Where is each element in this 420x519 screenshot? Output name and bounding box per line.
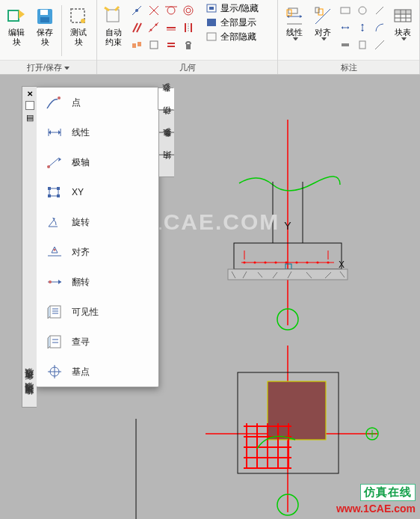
dim-mini-2-icon[interactable] [354,2,371,19]
dim-block-table-button[interactable]: 块表 [389,2,416,59]
hide-all-constraints-button[interactable]: 全部隐藏 [203,31,262,43]
dim-mini-1-icon[interactable] [337,2,353,19]
constraint-collinear-icon[interactable] [146,19,162,36]
svg-point-118 [54,249,56,251]
param-point-button[interactable]: 点 [37,87,158,117]
svg-rect-0 [8,10,19,21]
constraint-tangent-icon[interactable] [163,2,179,19]
show-all-constraints-button[interactable]: 全部显示 [203,16,262,29]
dim-mini-6-icon[interactable] [371,19,388,36]
palette-handle[interactable]: ✕ ▤ 块编写选项板 - 所有选项板 [22,86,37,408]
constraint-symmetric-icon[interactable] [180,19,197,36]
linear-icon [45,124,64,141]
palette-close-icon[interactable]: ✕ [27,90,33,98]
dim-align-icon [312,5,334,28]
palette-pin-icon[interactable] [25,101,34,110]
constraint-concentric-icon[interactable] [180,2,197,19]
dim-mini-7-icon[interactable] [337,37,353,53]
svg-rect-40 [341,7,350,13]
palette-menu-icon[interactable]: ▤ [26,113,34,123]
save-block-button[interactable]: 保存 块 [31,2,58,59]
svg-text:X: X [339,260,345,270]
svg-line-46 [375,40,384,49]
palette-tab-paramsets[interactable]: 参数集 [158,132,174,155]
svg-line-79 [288,271,291,278]
svg-rect-125 [50,336,61,348]
watermark: 1CAE.COM [149,209,280,235]
constraint-parallel-icon[interactable] [129,19,145,36]
ribbon-group-dimension: 线性 对齐 块表 [278,0,420,74]
dim-block-table-label: 块表 [395,28,411,37]
dim-mini-grid [337,2,388,59]
lookup-icon [45,334,64,350]
param-visibility-label: 可见性 [72,306,99,319]
param-xy-button[interactable]: XY [37,177,158,207]
param-align-button[interactable]: 对齐 [37,237,158,267]
constraint-coincident-icon[interactable] [129,2,145,19]
svg-rect-35 [288,8,297,13]
param-rotate-button[interactable]: 旋转 [37,207,158,237]
dim-mini-8-icon[interactable] [354,37,371,53]
param-align-label: 对齐 [72,246,90,259]
dim-mini-5-icon[interactable] [354,19,371,36]
param-rotate-label: 旋转 [72,216,90,229]
param-basepoint-label: 基点 [72,366,90,378]
ribbon-title-geometry: 几何 [97,60,277,74]
xy-icon [45,184,64,200]
constraint-vertical-icon[interactable] [129,37,145,53]
constraint-fix-icon[interactable] [180,37,197,53]
svg-point-65 [285,262,288,264]
svg-rect-3 [40,17,49,22]
constraint-perpendicular-icon[interactable] [146,2,162,19]
svg-point-61 [244,262,246,264]
param-polar-label: 极轴 [72,156,90,169]
param-flip-button[interactable]: 翻转 [37,267,158,297]
constraint-horizontal-icon[interactable] [163,19,179,36]
svg-rect-2 [40,10,48,15]
param-flip-label: 翻转 [72,276,90,289]
constraint-smooth-icon[interactable] [146,37,162,53]
svg-point-66 [296,262,298,264]
constraint-mini-grid [129,2,197,59]
save-block-label: 保存 块 [37,28,53,47]
svg-point-69 [327,262,330,264]
svg-rect-110 [57,187,60,190]
test-block-icon [67,5,90,28]
svg-line-78 [273,272,277,278]
auto-constrain-button[interactable]: 自动 约束 [100,2,127,59]
dim-linear-button[interactable]: 线性 [281,2,308,59]
svg-point-9 [167,7,175,14]
param-lookup-button[interactable]: 查寻 [37,327,158,357]
svg-point-16 [150,29,152,31]
svg-line-75 [232,271,235,278]
svg-rect-52 [395,10,411,14]
param-polar-button[interactable]: 极轴 [37,147,158,177]
table-icon [392,5,414,28]
palette-tool-list: 点 线性 极轴 XY 旋转 对齐 翻转 可见性 [37,87,158,387]
palette-tab-parameters[interactable]: 参数 [158,87,174,110]
constraint-equal-icon[interactable] [163,37,179,53]
dim-mini-3-icon[interactable] [371,2,388,19]
param-linear-button[interactable]: 线性 [37,117,158,147]
test-block-button[interactable]: 测试 块 [65,2,92,59]
palette-side-tabs: 参数 动作 参数集 约束 [158,87,174,177]
brand-badge: 仿真在线 [360,484,416,501]
param-basepoint-button[interactable]: 基点 [37,357,158,387]
dim-mini-4-icon[interactable] [337,19,353,36]
auto-constrain-label: 自动 约束 [105,28,122,47]
svg-line-82 [340,271,345,277]
ribbon: 编辑 块 保存 块 测试 块 打开/保存 [0,0,420,75]
dim-align-label: 对齐 [315,28,331,37]
palette-tab-actions[interactable]: 动作 [158,110,174,132]
edit-block-button[interactable]: 编辑 块 [3,2,30,59]
svg-rect-72 [285,264,291,270]
show-hide-constraints-button[interactable]: 显示/隐藏 [203,2,262,15]
dim-mini-9-icon[interactable] [371,37,388,53]
param-xy-label: XY [72,187,84,197]
svg-point-64 [275,262,277,264]
brand-url: www.1CAE.com [336,503,416,515]
palette-tab-constraints[interactable]: 约束 [158,155,174,177]
dim-align-button[interactable]: 对齐 [309,2,336,59]
svg-rect-32 [207,33,216,40]
param-visibility-button[interactable]: 可见性 [37,297,158,327]
